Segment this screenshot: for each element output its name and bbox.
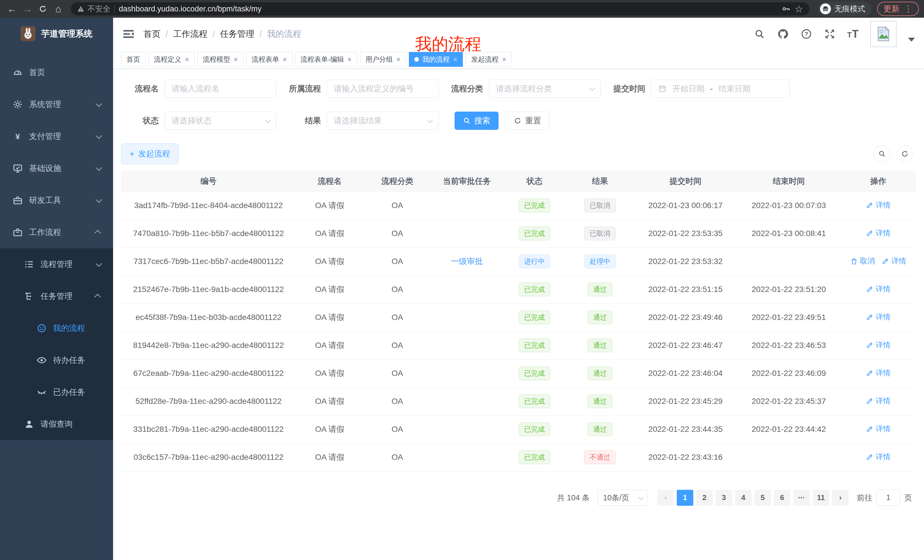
fullscreen-icon[interactable] [824,28,836,40]
detail-link[interactable]: 详情 [866,200,891,210]
reload-icon[interactable] [36,2,50,16]
submit-time-range-picker[interactable]: 开始日期 - 结束日期 [651,79,790,98]
placeholder-text: 请输入流程定义的编号 [334,83,414,94]
prev-page-button[interactable]: ‹ [657,490,674,506]
detail-link[interactable]: 详情 [866,368,891,378]
more-pages-button[interactable]: ••• [793,490,810,506]
font-size-icon[interactable]: TT [847,28,859,39]
current-task-link[interactable]: 一级审批 [451,257,483,266]
detail-link[interactable]: 详情 [866,424,891,434]
page-button-2[interactable]: 2 [696,490,713,506]
page-size-select[interactable]: 10条/页 [598,490,648,506]
result-select[interactable]: 请选择流结果 [327,112,439,130]
tab-close-icon[interactable]: × [502,55,506,63]
page-button-3[interactable]: 3 [716,490,732,506]
sidebar-item-my-process[interactable]: 我的流程 [0,312,113,344]
result-label: 结果 [281,115,321,126]
url-text[interactable]: dashboard.yudao.iocoder.cn/bpm/task/my [119,4,777,13]
logo[interactable]: 芋道管理系统 [0,18,113,49]
category-label: 流程分类 [443,83,483,94]
reset-button[interactable]: 重置 [506,112,549,130]
breadcrumb-workflow[interactable]: 工作流程 [173,28,207,40]
key-icon[interactable] [782,4,790,13]
navbar-actions: ? TT [753,21,915,47]
toggle-search-button[interactable] [874,145,890,162]
cell-result: 不通过 [566,443,634,471]
cell-end-time: 2022-01-23 00:08:41 [737,220,841,247]
detail-link[interactable]: 详情 [866,452,891,462]
help-icon[interactable]: ? [800,28,812,40]
page-button-6[interactable]: 6 [774,490,790,506]
tab-close-icon[interactable]: × [348,55,352,63]
browser-menu-icon[interactable]: ⋮ [904,4,913,13]
tab-process-definition[interactable]: 流程定义× [148,52,195,67]
forward-icon[interactable]: → [21,2,34,16]
cancel-link[interactable]: 取消 [850,256,875,266]
page-button-4[interactable]: 4 [735,490,752,506]
home-icon[interactable]: ⌂ [51,2,65,16]
cell-end-time [737,443,841,471]
detail-link[interactable]: 详情 [882,256,906,266]
github-icon[interactable] [777,28,789,40]
next-page-button[interactable]: › [832,490,849,506]
sidebar-item-done-tasks[interactable]: 已办任务 [0,376,113,408]
category-select[interactable]: 请选择流程分类 [489,79,601,98]
page-button-1[interactable]: 1 [677,490,693,506]
sidebar-item-leave-query[interactable]: 请假查询 [0,408,113,440]
goto-page-input[interactable] [876,490,900,506]
tab-user-group[interactable]: 用户分组× [360,52,406,67]
tab-process-form-edit[interactable]: 流程表单-编辑× [295,52,357,67]
hamburger-icon[interactable] [122,28,135,40]
cell-end-time: 2022-01-22 23:44:42 [737,415,841,443]
process-def-input[interactable]: 请输入流程定义的编号 [327,79,439,98]
sidebar-item-task-management[interactable]: 任务管理 [0,280,113,312]
tab-close-icon[interactable]: × [396,55,400,63]
sidebar-item-label: 基础设施 [29,163,61,174]
detail-link[interactable]: 详情 [866,284,891,294]
table-row: 7317cec6-7b9b-11ec-b5b7-acde48001122OA 请… [121,247,916,276]
tab-close-icon[interactable]: × [282,55,286,63]
search-button[interactable]: 搜索 [454,112,498,130]
detail-link[interactable]: 详情 [866,396,891,406]
tab-close-icon[interactable]: × [453,55,458,63]
avatar[interactable] [870,21,897,47]
sidebar-item-process-management[interactable]: 流程管理 [0,248,113,280]
sidebar-item-system-management[interactable]: 系统管理 [0,88,113,120]
address-bar[interactable]: 不安全 dashboard.yudao.iocoder.cn/bpm/task/… [71,2,810,15]
page-button-5[interactable]: 5 [754,490,771,506]
tab-process-form[interactable]: 流程表单× [246,52,292,67]
start-process-button[interactable]: + 发起流程 [121,144,178,164]
sidebar-item-workflow[interactable]: 工作流程 [0,216,113,248]
status-select[interactable]: 请选择状态 [165,112,276,130]
breadcrumb-home[interactable]: 首页 [143,28,160,40]
edit-icon [866,369,873,377]
bookmark-star-icon[interactable]: ☆ [795,3,803,15]
search-icon[interactable] [753,28,765,40]
sidebar-item-dev-tools[interactable]: 研发工具 [0,184,113,216]
dashboard-icon [13,67,23,78]
page-button-11[interactable]: 11 [813,490,829,506]
action-label: 详情 [876,340,891,350]
update-button[interactable]: 更新 ⋮ [877,2,919,16]
breadcrumb-task-management[interactable]: 任务管理 [220,28,254,40]
tab-close-icon[interactable]: × [234,55,238,63]
back-icon[interactable]: ← [5,2,19,16]
sidebar-item-home[interactable]: 首页 [0,57,113,88]
sidebar-item-todo-tasks[interactable]: 待办任务 [0,344,113,376]
detail-link[interactable]: 详情 [866,312,891,322]
sidebar-item-infrastructure[interactable]: 基础设施 [0,153,113,184]
status-badge: 已完成 [519,310,550,324]
security-status[interactable]: 不安全 [77,4,111,14]
column-header: 操作 [840,171,916,192]
sidebar-item-payment-management[interactable]: ¥支付管理 [0,120,113,153]
reset-label: 重置 [525,115,541,126]
process-name-input[interactable]: 请输入流程名 [165,79,276,98]
tab-close-icon[interactable]: × [185,55,189,63]
action-label: 详情 [876,228,891,238]
avatar-caret-icon[interactable] [908,38,915,42]
tab-process-model[interactable]: 流程模型× [197,52,243,67]
tab-home[interactable]: 首页 [121,52,146,67]
detail-link[interactable]: 详情 [866,228,891,238]
detail-link[interactable]: 详情 [866,340,891,350]
refresh-table-button[interactable] [897,145,913,162]
